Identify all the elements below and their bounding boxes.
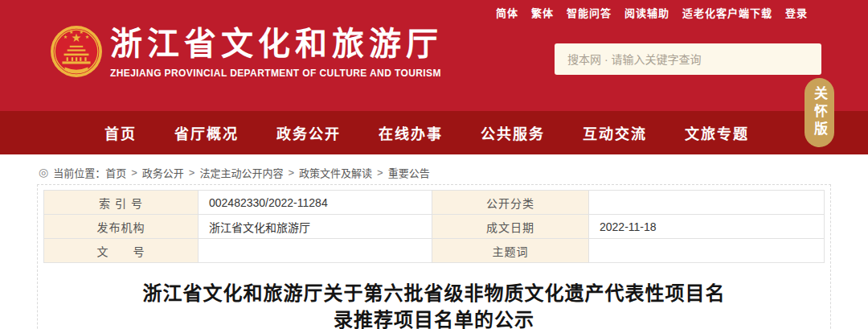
info-value-issuing-agency: 浙江省文化和旅游厅 (199, 215, 432, 239)
utility-bar: 简体 繁体 智能问答 阅读辅助 适老化客户端下载 登录 (496, 0, 808, 24)
brand-text: 浙江省文化和旅游厅 ZHEJIANG PROVINCIAL DEPARTMENT… (110, 25, 443, 79)
site-header: 简体 繁体 智能问答 阅读辅助 适老化客户端下载 登录 ★ ★ ★ ★ ★ (0, 0, 868, 111)
breadcrumb-item-important-notices[interactable]: 重要公告 (388, 165, 430, 180)
topbar-link-elderly-client-download[interactable]: 适老化客户端下载 (682, 5, 772, 20)
nav-item-online-services[interactable]: 在线办事 (379, 122, 443, 143)
article-container: 索 引 号 002482330/2022-11284 公开分类 发布机构 浙江省… (37, 184, 831, 329)
topbar-link-traditional[interactable]: 繁体 (531, 5, 554, 20)
national-emblem-icon: ★ ★ ★ ★ ★ (50, 25, 103, 78)
document-title-line1: 浙江省文化和旅游厅关于第六批省级非物质文化遗产代表性项目名 (43, 280, 825, 306)
info-label-issuing-agency: 发布机构 (44, 215, 199, 239)
nav-item-government-affairs[interactable]: 政务公开 (276, 122, 341, 143)
nav-item-public-services[interactable]: 公共服务 (481, 122, 545, 143)
info-label-date-of-writing: 成文日期 (432, 215, 589, 239)
location-icon: ◎ (39, 167, 48, 178)
breadcrumb-separator: > (288, 167, 294, 179)
nav-item-home[interactable]: 首页 (104, 122, 137, 143)
breadcrumb-separator: > (377, 167, 383, 179)
site-title-english: ZHEJIANG PROVINCIAL DEPARTMENT OF CULTUR… (110, 68, 443, 79)
breadcrumb: ◎ 当前位置： 首页 > 政务公开 > 法定主动公开内容 > 政策文件及解读 >… (39, 165, 868, 179)
document-title-line2: 录推荐项目名单的公示 (43, 306, 825, 329)
svg-text:★: ★ (85, 34, 90, 39)
breadcrumb-separator: > (131, 167, 137, 179)
info-label-document-number: 文 号 (44, 239, 199, 263)
svg-text:★: ★ (63, 34, 68, 39)
svg-text:★: ★ (69, 29, 74, 35)
main-navigation: 首页 省厅概况 政务公开 在线办事 公共服务 互动交流 文旅专题 (0, 111, 868, 154)
info-value-index-number: 002482330/2022-11284 (199, 191, 432, 215)
info-value-subject-words (589, 239, 825, 263)
site-search-box (555, 43, 821, 75)
topbar-link-smart-qa[interactable]: 智能问答 (567, 5, 612, 20)
breadcrumb-prefix: 当前位置： (53, 165, 105, 180)
breadcrumb-item-statutory-disclosure[interactable]: 法定主动公开内容 (199, 165, 283, 180)
breadcrumb-item-policy-documents[interactable]: 政策文件及解读 (299, 165, 372, 180)
site-title: 浙江省文化和旅游厅 (110, 25, 443, 63)
document-info-table: 索 引 号 002482330/2022-11284 公开分类 发布机构 浙江省… (43, 190, 825, 263)
info-value-date-of-writing: 2022-11-18 (589, 215, 825, 239)
info-value-public-category (589, 191, 825, 215)
topbar-link-simplified[interactable]: 简体 (496, 5, 518, 20)
info-value-document-number (199, 239, 432, 263)
breadcrumb-item-government-affairs[interactable]: 政务公开 (142, 165, 184, 180)
breadcrumb-item-home[interactable]: 首页 (105, 165, 126, 180)
document-title: 浙江省文化和旅游厅关于第六批省级非物质文化遗产代表性项目名 录推荐项目名单的公示 (43, 280, 825, 329)
svg-text:★: ★ (79, 29, 84, 35)
info-label-index-number: 索 引 号 (44, 191, 199, 215)
nav-item-culture-tourism-topics[interactable]: 文旅专题 (685, 122, 749, 143)
breadcrumb-separator: > (189, 167, 195, 179)
care-mode-button[interactable]: 关怀版 (805, 78, 834, 147)
nav-item-interaction[interactable]: 互动交流 (583, 122, 647, 143)
search-input[interactable] (555, 43, 821, 75)
nav-item-department-overview[interactable]: 省厅概况 (174, 122, 239, 143)
site-logo-link[interactable]: ★ ★ ★ ★ ★ 浙江省文化和旅游厅 ZHEJIANG PROVINCIAL … (50, 25, 443, 79)
topbar-link-reading-aid[interactable]: 阅读辅助 (624, 5, 669, 20)
topbar-link-login[interactable]: 登录 (785, 5, 808, 20)
info-label-subject-words: 主题词 (432, 239, 589, 263)
info-label-public-category: 公开分类 (432, 191, 589, 215)
